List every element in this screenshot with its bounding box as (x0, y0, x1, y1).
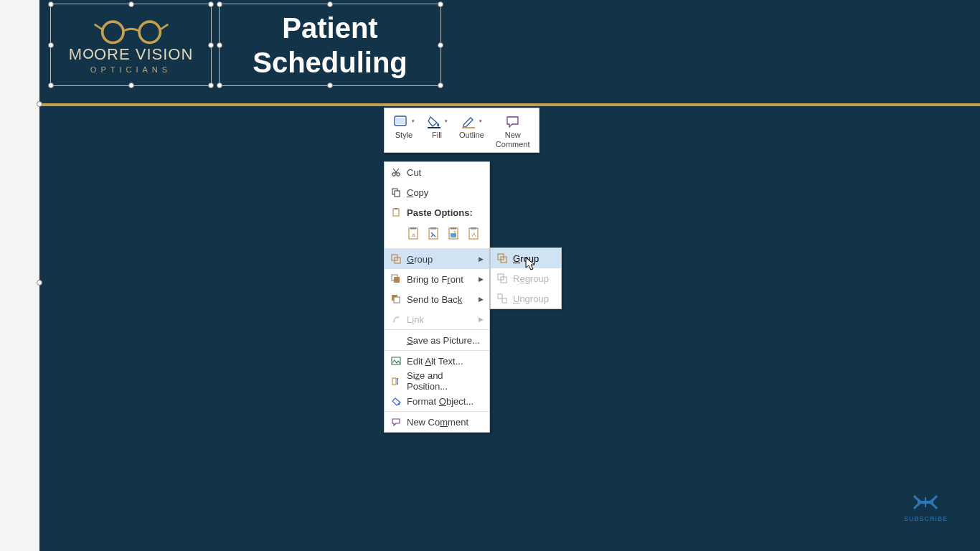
comment-icon (505, 114, 521, 128)
scissors-icon (389, 167, 403, 177)
paste-options-row: a A (385, 222, 489, 248)
submenu-group[interactable]: Group (491, 248, 561, 268)
svg-rect-30 (394, 277, 400, 283)
menu-cut[interactable]: Cut (385, 162, 489, 182)
svg-rect-7 (462, 127, 475, 128)
svg-rect-26 (471, 227, 476, 230)
group-icon (495, 253, 509, 263)
subscribe-badge[interactable]: SUBSCRIBE (904, 491, 948, 522)
glasses-icon (92, 17, 171, 45)
svg-rect-33 (394, 297, 400, 303)
paste-as-picture[interactable] (446, 225, 462, 242)
svg-text:a: a (412, 232, 415, 238)
svg-text:A: A (471, 231, 476, 238)
mini-new-comment-button[interactable]: New Comment (490, 110, 536, 151)
size-position-icon (389, 376, 403, 386)
context-menu: Cut Copy Paste Options: a A Group ▶ Brin… (384, 161, 490, 433)
svg-point-39 (398, 403, 400, 405)
copy-icon (389, 187, 403, 197)
logo-image-box[interactable]: MORE VISION OPTICIANS (50, 4, 212, 86)
svg-rect-19 (429, 228, 438, 239)
subscribe-label: SUBSCRIBE (904, 515, 948, 522)
comment-icon (389, 417, 403, 427)
svg-point-0 (102, 22, 123, 42)
paste-keep-source-formatting[interactable] (426, 225, 442, 242)
title-text: Patient Scheduling (253, 11, 407, 80)
alt-text-icon (389, 356, 403, 366)
gold-divider (39, 103, 980, 106)
ungroup-icon (495, 293, 509, 303)
group-submenu: Group Regroup Ungroup (490, 248, 562, 309)
menu-format-object[interactable]: Format Object... (385, 391, 489, 411)
submenu-regroup: Regroup (491, 268, 561, 288)
svg-point-24 (454, 231, 456, 233)
mini-outline-label: Outline (459, 131, 484, 139)
title-text-box[interactable]: Patient Scheduling (219, 4, 441, 86)
fill-bucket-icon (426, 114, 443, 128)
paste-text-only[interactable]: A (466, 225, 482, 242)
menu-send-to-back[interactable]: Send to Back ▶ (385, 289, 489, 309)
mini-toolbar: ▾ Style ▾ Fill ▾ Outline (384, 108, 540, 153)
menu-new-comment[interactable]: New Comment (385, 412, 489, 432)
shape-style-icon (393, 114, 410, 128)
menu-edit-alt-text[interactable]: Edit Alt Text... (385, 351, 489, 371)
svg-rect-20 (430, 227, 436, 230)
regroup-icon (495, 273, 509, 283)
menu-link: Link ▶ (385, 309, 489, 329)
mini-style-label: Style (395, 131, 413, 139)
menu-size-and-position[interactable]: Size and Position... (385, 371, 489, 391)
logo-text-line1: MORE VISION (69, 45, 194, 64)
mini-fill-button[interactable]: ▾ Fill (420, 110, 453, 151)
svg-rect-35 (392, 378, 396, 385)
link-icon (389, 314, 403, 324)
mini-style-button[interactable]: ▾ Style (387, 110, 420, 151)
format-object-icon (389, 396, 403, 406)
svg-rect-13 (395, 191, 400, 197)
menu-copy[interactable]: Copy (385, 182, 489, 202)
submenu-ungroup: Ungroup (491, 288, 561, 309)
left-gutter (0, 0, 39, 551)
paste-use-destination-theme[interactable]: a (406, 225, 422, 242)
logo-text-line2: OPTICIANS (90, 65, 171, 74)
paste-icon (389, 207, 403, 217)
svg-rect-34 (392, 357, 400, 364)
svg-rect-14 (393, 209, 399, 216)
menu-paste-options-label: Paste Options: (385, 202, 489, 222)
svg-rect-5 (396, 118, 405, 124)
menu-save-as-picture[interactable]: Save as Picture... (385, 330, 489, 350)
svg-rect-17 (410, 227, 416, 230)
send-back-icon (389, 294, 403, 304)
group-icon (389, 254, 403, 264)
svg-rect-45 (502, 298, 507, 303)
mini-new-comment-label: New Comment (496, 131, 530, 149)
svg-rect-6 (428, 127, 440, 128)
mini-outline-button[interactable]: ▾ Outline (453, 110, 490, 151)
menu-bring-to-front[interactable]: Bring to Front ▶ (385, 269, 489, 289)
menu-group[interactable]: Group ▶ (385, 249, 489, 269)
bring-front-icon (389, 274, 403, 284)
svg-rect-23 (451, 233, 456, 237)
svg-rect-15 (395, 208, 397, 209)
mini-fill-label: Fill (432, 131, 442, 139)
svg-rect-22 (451, 227, 456, 230)
svg-rect-44 (498, 294, 502, 298)
svg-line-2 (94, 24, 102, 29)
dna-icon (910, 491, 941, 513)
outline-pen-icon (461, 114, 478, 128)
svg-line-3 (160, 24, 168, 29)
svg-point-1 (139, 22, 160, 42)
